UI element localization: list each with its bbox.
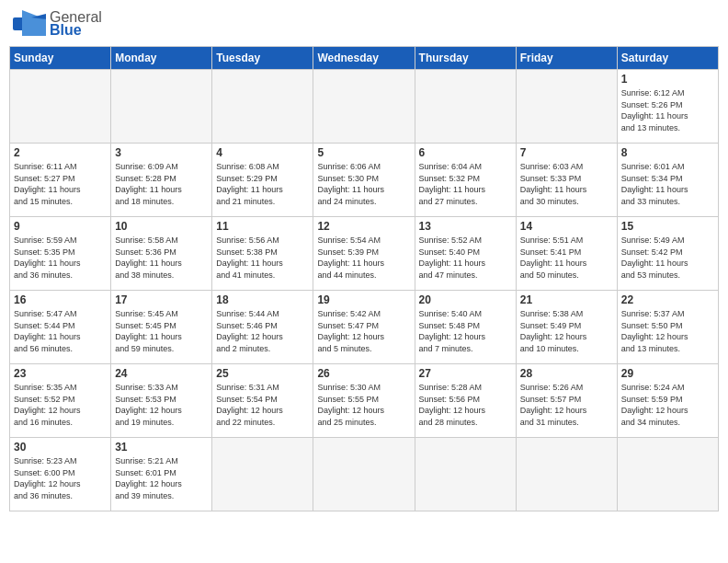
- calendar-cell: 30Sunrise: 5:23 AM Sunset: 6:00 PM Dayli…: [10, 438, 111, 511]
- day-number: 10: [115, 220, 208, 233]
- svg-marker-1: [22, 10, 46, 36]
- day-info: Sunrise: 5:31 AM Sunset: 5:54 PM Dayligh…: [216, 382, 309, 428]
- calendar-cell: 11Sunrise: 5:56 AM Sunset: 5:38 PM Dayli…: [212, 217, 313, 291]
- day-info: Sunrise: 6:03 AM Sunset: 5:33 PM Dayligh…: [520, 161, 613, 207]
- day-number: 29: [621, 367, 714, 380]
- day-info: Sunrise: 6:06 AM Sunset: 5:30 PM Dayligh…: [317, 161, 410, 207]
- calendar-table: SundayMondayTuesdayWednesdayThursdayFrid…: [9, 46, 719, 511]
- day-info: Sunrise: 5:26 AM Sunset: 5:57 PM Dayligh…: [520, 382, 613, 428]
- calendar-cell: [415, 70, 516, 144]
- day-number: 13: [419, 220, 512, 233]
- logo: General Blue: [13, 9, 102, 39]
- calendar-cell: 6Sunrise: 6:04 AM Sunset: 5:32 PM Daylig…: [415, 144, 516, 217]
- calendar-cell: [313, 70, 415, 144]
- calendar-week-1: 2Sunrise: 6:11 AM Sunset: 5:27 PM Daylig…: [10, 144, 719, 217]
- calendar-cell: 16Sunrise: 5:47 AM Sunset: 5:44 PM Dayli…: [10, 291, 111, 364]
- calendar-cell: 25Sunrise: 5:31 AM Sunset: 5:54 PM Dayli…: [212, 364, 313, 438]
- day-info: Sunrise: 6:04 AM Sunset: 5:32 PM Dayligh…: [419, 161, 512, 207]
- calendar-cell: 23Sunrise: 5:35 AM Sunset: 5:52 PM Dayli…: [10, 364, 111, 438]
- day-info: Sunrise: 5:51 AM Sunset: 5:41 PM Dayligh…: [520, 235, 613, 281]
- calendar-cell: [415, 438, 516, 511]
- day-info: Sunrise: 5:49 AM Sunset: 5:42 PM Dayligh…: [621, 235, 714, 281]
- logo-text: General Blue: [50, 9, 102, 39]
- day-header-sunday: Sunday: [10, 47, 111, 70]
- calendar-cell: 29Sunrise: 5:24 AM Sunset: 5:59 PM Dayli…: [617, 364, 718, 438]
- calendar-cell: 10Sunrise: 5:58 AM Sunset: 5:36 PM Dayli…: [111, 217, 212, 291]
- calendar-cell: [516, 438, 617, 511]
- day-number: 21: [520, 293, 613, 306]
- calendar-cell: 14Sunrise: 5:51 AM Sunset: 5:41 PM Dayli…: [516, 217, 617, 291]
- calendar-cell: [10, 70, 111, 144]
- day-number: 22: [621, 293, 714, 306]
- day-info: Sunrise: 5:30 AM Sunset: 5:55 PM Dayligh…: [317, 382, 410, 428]
- day-info: Sunrise: 5:52 AM Sunset: 5:40 PM Dayligh…: [419, 235, 512, 281]
- calendar-cell: 20Sunrise: 5:40 AM Sunset: 5:48 PM Dayli…: [415, 291, 516, 364]
- calendar-cell: 7Sunrise: 6:03 AM Sunset: 5:33 PM Daylig…: [516, 144, 617, 217]
- day-number: 27: [419, 367, 512, 380]
- day-info: Sunrise: 6:01 AM Sunset: 5:34 PM Dayligh…: [621, 161, 714, 207]
- calendar-cell: 5Sunrise: 6:06 AM Sunset: 5:30 PM Daylig…: [313, 144, 415, 217]
- calendar-cell: 19Sunrise: 5:42 AM Sunset: 5:47 PM Dayli…: [313, 291, 415, 364]
- day-info: Sunrise: 5:28 AM Sunset: 5:56 PM Dayligh…: [419, 382, 512, 428]
- day-info: Sunrise: 6:08 AM Sunset: 5:29 PM Dayligh…: [216, 161, 309, 207]
- day-info: Sunrise: 5:58 AM Sunset: 5:36 PM Dayligh…: [115, 235, 208, 281]
- day-number: 30: [14, 441, 107, 454]
- day-number: 15: [621, 220, 714, 233]
- day-number: 16: [14, 293, 107, 306]
- day-info: Sunrise: 6:11 AM Sunset: 5:27 PM Dayligh…: [14, 161, 107, 207]
- calendar-cell: 24Sunrise: 5:33 AM Sunset: 5:53 PM Dayli…: [111, 364, 212, 438]
- calendar-cell: 17Sunrise: 5:45 AM Sunset: 5:45 PM Dayli…: [111, 291, 212, 364]
- day-number: 23: [14, 367, 107, 380]
- calendar-week-3: 16Sunrise: 5:47 AM Sunset: 5:44 PM Dayli…: [10, 291, 719, 364]
- day-info: Sunrise: 5:23 AM Sunset: 6:00 PM Dayligh…: [14, 455, 107, 501]
- calendar-cell: 28Sunrise: 5:26 AM Sunset: 5:57 PM Dayli…: [516, 364, 617, 438]
- day-number: 9: [14, 220, 107, 233]
- day-info: Sunrise: 5:21 AM Sunset: 6:01 PM Dayligh…: [115, 455, 208, 501]
- calendar-cell: 21Sunrise: 5:38 AM Sunset: 5:49 PM Dayli…: [516, 291, 617, 364]
- day-info: Sunrise: 5:40 AM Sunset: 5:48 PM Dayligh…: [419, 308, 512, 354]
- day-number: 1: [621, 73, 714, 86]
- day-info: Sunrise: 5:59 AM Sunset: 5:35 PM Dayligh…: [14, 235, 107, 281]
- calendar-cell: 22Sunrise: 5:37 AM Sunset: 5:50 PM Dayli…: [617, 291, 718, 364]
- calendar-cell: [516, 70, 617, 144]
- calendar-cell: [111, 70, 212, 144]
- calendar-week-4: 23Sunrise: 5:35 AM Sunset: 5:52 PM Dayli…: [10, 364, 719, 438]
- day-info: Sunrise: 6:09 AM Sunset: 5:28 PM Dayligh…: [115, 161, 208, 207]
- day-header-monday: Monday: [111, 47, 212, 70]
- day-number: 6: [419, 146, 512, 159]
- calendar-cell: 4Sunrise: 6:08 AM Sunset: 5:29 PM Daylig…: [212, 144, 313, 217]
- day-info: Sunrise: 5:38 AM Sunset: 5:49 PM Dayligh…: [520, 308, 613, 354]
- day-header-friday: Friday: [516, 47, 617, 70]
- calendar-week-5: 30Sunrise: 5:23 AM Sunset: 6:00 PM Dayli…: [10, 438, 719, 511]
- calendar-week-2: 9Sunrise: 5:59 AM Sunset: 5:35 PM Daylig…: [10, 217, 719, 291]
- day-number: 18: [216, 293, 309, 306]
- calendar-cell: 13Sunrise: 5:52 AM Sunset: 5:40 PM Dayli…: [415, 217, 516, 291]
- header-area: General Blue: [9, 9, 719, 39]
- day-number: 28: [520, 367, 613, 380]
- day-number: 7: [520, 146, 613, 159]
- day-info: Sunrise: 5:33 AM Sunset: 5:53 PM Dayligh…: [115, 382, 208, 428]
- calendar-cell: [617, 438, 718, 511]
- day-header-tuesday: Tuesday: [212, 47, 313, 70]
- day-header-thursday: Thursday: [415, 47, 516, 70]
- calendar-cell: 18Sunrise: 5:44 AM Sunset: 5:46 PM Dayli…: [212, 291, 313, 364]
- day-number: 25: [216, 367, 309, 380]
- day-number: 14: [520, 220, 613, 233]
- day-number: 26: [317, 367, 410, 380]
- day-number: 5: [317, 146, 410, 159]
- day-number: 24: [115, 367, 208, 380]
- day-number: 11: [216, 220, 309, 233]
- calendar-cell: 31Sunrise: 5:21 AM Sunset: 6:01 PM Dayli…: [111, 438, 212, 511]
- day-number: 8: [621, 146, 714, 159]
- calendar-cell: 8Sunrise: 6:01 AM Sunset: 5:34 PM Daylig…: [617, 144, 718, 217]
- logo-icon: [13, 10, 46, 38]
- day-header-saturday: Saturday: [617, 47, 718, 70]
- calendar-cell: 1Sunrise: 6:12 AM Sunset: 5:26 PM Daylig…: [617, 70, 718, 144]
- day-info: Sunrise: 5:24 AM Sunset: 5:59 PM Dayligh…: [621, 382, 714, 428]
- calendar-cell: [313, 438, 415, 511]
- calendar-cell: 9Sunrise: 5:59 AM Sunset: 5:35 PM Daylig…: [10, 217, 111, 291]
- calendar-cell: 27Sunrise: 5:28 AM Sunset: 5:56 PM Dayli…: [415, 364, 516, 438]
- calendar-cell: 12Sunrise: 5:54 AM Sunset: 5:39 PM Dayli…: [313, 217, 415, 291]
- day-info: Sunrise: 5:56 AM Sunset: 5:38 PM Dayligh…: [216, 235, 309, 281]
- calendar-cell: 3Sunrise: 6:09 AM Sunset: 5:28 PM Daylig…: [111, 144, 212, 217]
